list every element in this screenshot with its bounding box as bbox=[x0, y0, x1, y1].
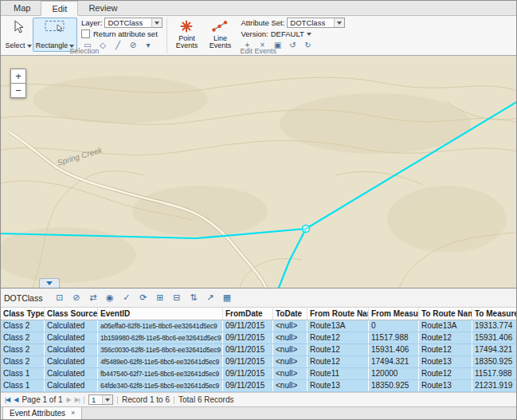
table-header-row: Class TypeClass SourceEventIDFromDateToD… bbox=[1, 308, 516, 320]
table-cell: Calculated bbox=[45, 320, 98, 332]
page-select-dropdown[interactable]: 1 bbox=[88, 394, 113, 405]
table-cell: <null> bbox=[273, 356, 307, 368]
close-tab-icon[interactable]: × bbox=[71, 410, 75, 417]
table-cell: <null> bbox=[273, 368, 307, 380]
zoom-in-button[interactable]: + bbox=[10, 69, 26, 84]
table-cell: 120000 bbox=[369, 368, 419, 380]
panel-title: DOTClass bbox=[4, 293, 42, 303]
prev-page-button[interactable]: ◀ bbox=[14, 396, 18, 403]
table-body: Class 2Calculateda05effa0-62f8-11e5-8bc6… bbox=[1, 320, 516, 392]
table-cell: 17494.321 bbox=[472, 344, 517, 356]
tab-review[interactable]: Review bbox=[78, 1, 127, 15]
table-cell: 64fde340-62f8-11e5-8bc6-ee32641d5ec9 bbox=[98, 380, 223, 392]
table-cell: 21231.919 bbox=[472, 380, 517, 392]
rectangle-select-icon bbox=[45, 20, 65, 34]
table-cell: 4f5489e0-62f8-11e5-8bc6-ee32641d5ec9 bbox=[98, 356, 223, 368]
bottom-tab-bar: Event Attributes × bbox=[1, 406, 516, 419]
delete-record-icon[interactable]: ⊟ bbox=[169, 290, 184, 305]
column-header-todate[interactable]: ToDate bbox=[273, 308, 307, 320]
add-record-icon[interactable]: ⊞ bbox=[152, 290, 167, 305]
zoom-to-selection-icon[interactable]: ◉ bbox=[102, 290, 117, 305]
table-cell: Class 2 bbox=[1, 320, 45, 332]
table-cell: a05effa0-62f8-11e5-8bc6-ee32641d5ec9 bbox=[98, 320, 223, 332]
map-viewport[interactable]: Spring Creek + − bbox=[1, 56, 517, 288]
pager-separator bbox=[84, 396, 84, 404]
event-table: Class TypeClass SourceEventIDFromDateToD… bbox=[1, 308, 516, 392]
collapse-table-panel-button[interactable] bbox=[39, 278, 60, 288]
zoom-out-button[interactable]: − bbox=[10, 83, 26, 98]
tab-event-attributes[interactable]: Event Attributes × bbox=[2, 407, 82, 419]
table-row[interactable]: Class 2Calculateda05effa0-62f8-11e5-8bc6… bbox=[1, 320, 516, 332]
table-cell: 11517.988 bbox=[369, 332, 419, 344]
table-row[interactable]: Class 2Calculated4f5489e0-62f8-11e5-8bc6… bbox=[1, 356, 516, 368]
record-range: Record 1 to 6 bbox=[122, 395, 170, 404]
page-select-value: 1 bbox=[89, 395, 102, 404]
clear-selection-icon[interactable]: ⊘ bbox=[69, 290, 84, 305]
column-header-fromdate[interactable]: FromDate bbox=[223, 308, 273, 320]
table-cell: Route12 bbox=[419, 344, 472, 356]
table-row[interactable]: Class 2Calculated1b159980-62f8-11e5-8bc6… bbox=[1, 332, 516, 344]
return-attribute-set-label: Return attribute set bbox=[93, 29, 158, 38]
pager-separator bbox=[117, 396, 118, 404]
table-cell: 09/11/2015 bbox=[223, 356, 273, 368]
table-row[interactable]: Class 1Calculated64fde340-62f8-11e5-8bc6… bbox=[1, 380, 516, 392]
table-row[interactable]: Class 1Calculatedfb447540-62f7-11e5-8bc6… bbox=[1, 368, 516, 380]
column-header-from-measure[interactable]: From Measure bbox=[369, 308, 419, 320]
ribbon: Select Rectangle Layer: DOTClass bbox=[1, 16, 516, 56]
table-cell: 15931.406 bbox=[369, 344, 419, 356]
edit-events-group: Point Events Line Events Attribute Set: … bbox=[168, 17, 348, 55]
table-cell: Class 2 bbox=[1, 344, 45, 356]
table-cell: <null> bbox=[273, 332, 307, 344]
table-cell: Route13A bbox=[307, 320, 369, 332]
sort-records-icon[interactable]: ⇅ bbox=[186, 290, 201, 305]
tab-map[interactable]: Map bbox=[3, 1, 41, 15]
table-cell: 356c0030-62f8-11e5-8bc6-ee32641d5ec9 bbox=[98, 344, 223, 356]
column-header-class-source[interactable]: Class Source bbox=[45, 308, 98, 320]
map-zoom-control: + − bbox=[10, 69, 26, 98]
refresh-icon[interactable]: ⟳ bbox=[135, 290, 151, 305]
record-total: Total 6 Records bbox=[178, 395, 233, 404]
attribute-set-dropdown[interactable]: DOTClass bbox=[287, 18, 345, 28]
map-canvas[interactable]: Spring Creek bbox=[1, 56, 517, 288]
table-cell: 09/11/2015 bbox=[223, 380, 273, 392]
column-options-icon[interactable]: ▦ bbox=[219, 290, 234, 305]
export-records-icon[interactable]: ↗ bbox=[202, 290, 217, 305]
column-header-class-type[interactable]: Class Type bbox=[1, 308, 45, 320]
ribbon-tabs: MapEditReview bbox=[3, 1, 127, 15]
column-header-from-route-name[interactable]: From Route Name bbox=[307, 308, 369, 320]
version-selector[interactable]: Version: DEFAULT bbox=[241, 29, 345, 39]
version-value: DEFAULT bbox=[271, 29, 304, 38]
layer-dropdown[interactable]: DOTClass bbox=[104, 18, 163, 28]
table-toolbar-icons: ⊡⊘⇄◉✓⟳⊞⊟⇅↗▦ bbox=[52, 290, 234, 305]
pagination-bar: |◀ ◀ Page 1 of 1 ▶ ▶| 1 Record 1 to 6 To… bbox=[1, 392, 516, 406]
table-cell: Route13 bbox=[419, 380, 472, 392]
table-cell: Route11 bbox=[307, 368, 369, 380]
next-page-button[interactable]: ▶ bbox=[67, 396, 71, 403]
column-header-eventid[interactable]: EventID bbox=[98, 308, 223, 320]
select-all-icon[interactable]: ⊡ bbox=[52, 290, 67, 305]
last-page-button[interactable]: ▶| bbox=[75, 396, 80, 403]
column-header-to-measure[interactable]: To Measure bbox=[472, 308, 517, 320]
first-page-button[interactable]: |◀ bbox=[5, 396, 10, 403]
layer-value: DOTClass bbox=[105, 18, 151, 27]
table-cell: Calculated bbox=[45, 380, 98, 392]
tab-edit[interactable]: Edit bbox=[41, 1, 78, 16]
pager-separator bbox=[174, 396, 174, 404]
attribute-set-value: DOTClass bbox=[288, 18, 334, 27]
table-cell: Route12 bbox=[307, 332, 369, 344]
table-cell: Route12 bbox=[307, 356, 369, 368]
table-cell: <null> bbox=[273, 344, 307, 356]
table-row[interactable]: Class 2Calculated356c0030-62f8-11e5-8bc6… bbox=[1, 344, 516, 356]
table-cell: Class 2 bbox=[1, 356, 45, 368]
layer-label: Layer: bbox=[81, 18, 102, 27]
save-edits-icon[interactable]: ✓ bbox=[119, 290, 134, 305]
return-attribute-set-checkbox[interactable] bbox=[81, 29, 90, 38]
column-header-to-route-name[interactable]: To Route Name bbox=[419, 308, 472, 320]
route-junction-marker[interactable] bbox=[303, 226, 310, 233]
select-cursor-icon bbox=[13, 20, 25, 36]
table-cell: 11517.988 bbox=[472, 368, 517, 380]
switch-selection-icon[interactable]: ⇄ bbox=[85, 290, 100, 305]
table-cell: Calculated bbox=[45, 332, 98, 344]
bottom-tab-label: Event Attributes bbox=[10, 409, 65, 418]
table-cell: Class 1 bbox=[1, 368, 45, 380]
